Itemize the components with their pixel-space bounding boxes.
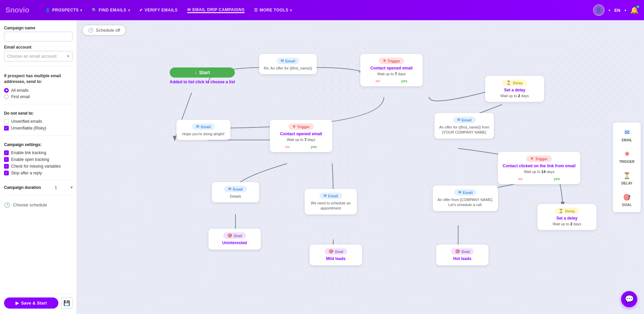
hourglass-icon: ⏳	[506, 81, 511, 85]
email-node-4[interactable]: ✉ Email Details	[212, 182, 259, 202]
chevron-down-icon: ▾	[80, 8, 82, 12]
checkbox-open-tracking[interactable]: ✓ Enable open tracking	[4, 157, 73, 162]
delay2-body: Wait up to 2 days	[542, 222, 592, 227]
goal1-title: Uninterested	[213, 240, 256, 245]
email-badge: ✉ Email	[454, 189, 477, 196]
trigger-node-1[interactable]: ✳ Trigger Contact opened email Wait up t…	[360, 54, 423, 86]
delay-node-2[interactable]: ⏳ Delay Set a delay Wait up to 2 days	[537, 204, 596, 230]
nav-item-more-tools[interactable]: ☰ MORE TOOLS ▾	[254, 8, 292, 12]
goal-icon: 🎯	[329, 249, 333, 254]
campaign-settings-checkboxes: ✓ Enable link tracking ✓ Enable open tra…	[4, 150, 73, 175]
trigger-icon: ✳	[622, 149, 632, 159]
nav-item-email-drip[interactable]: ✉ EMAIL DRIP CAMPAIGNS	[187, 7, 245, 13]
email-node-1[interactable]: ✉ Email Re: An offer for {{first_name}}	[259, 54, 317, 74]
notifications-bell[interactable]: 🔔	[630, 6, 639, 14]
toolbar-delay[interactable]: ⏳ DELAY	[616, 168, 638, 188]
trigger3-footer: no yes	[503, 177, 576, 181]
logo[interactable]: Snovio	[5, 6, 29, 15]
trigger-badge: ✳ Trigger	[288, 123, 314, 130]
start-node[interactable]: ↓ Start Added to list click to choose a …	[170, 67, 235, 84]
campaign-name-input[interactable]	[4, 32, 73, 41]
checkbox-stop-reply-box: ✓	[4, 171, 9, 175]
play-icon: ▶	[16, 301, 19, 306]
email-badge: ✉ Email	[277, 58, 299, 64]
goal-badge: 🎯 Goal	[223, 232, 246, 239]
checkbox-unverifiable[interactable]: ✓ Unverifiable (Risky)	[4, 126, 73, 131]
campaign-name-label: Campaign name	[4, 26, 73, 30]
chevron-down-icon[interactable]: ▾	[624, 8, 626, 12]
language-selector[interactable]: EN	[614, 8, 620, 13]
chevron-down-icon[interactable]: ▾	[609, 8, 610, 12]
email-account-section: Email account Choose an email account ▾	[4, 45, 73, 61]
multiple-emails-label: If prospect has multiple email addresses…	[4, 73, 73, 85]
left-sidebar: Campaign name Email account Choose an em…	[0, 20, 77, 314]
info-icon: ℹ	[55, 185, 57, 190]
trigger2-title: Contact opened email	[275, 132, 328, 136]
delay-node-1[interactable]: ⏳ Delay Set a delay Wait up to 2 days	[485, 76, 544, 102]
radio-all-emails[interactable]: All emails	[4, 88, 73, 93]
goal-node-1[interactable]: 🎯 Goal Uninterested	[208, 229, 261, 250]
chevron-down-icon: ▾	[67, 54, 69, 59]
nav-item-prospects[interactable]: 👤 PROSPECTS ▾	[45, 8, 82, 12]
checkbox-unverified[interactable]: Unverified emails	[4, 119, 73, 124]
trigger1-body: Wait up to 7 days	[365, 72, 418, 77]
person-icon: 👤	[45, 8, 51, 12]
goal-badge: 🎯 Goal	[451, 248, 474, 255]
checkbox-open-tracking-box: ✓	[4, 157, 9, 162]
divider	[4, 195, 73, 195]
search-icon: 🔍	[92, 8, 97, 12]
save-button[interactable]: 💾	[61, 297, 73, 309]
nav-item-verify-emails[interactable]: ✔ VERIFY EMAILS	[139, 8, 178, 12]
goal-node-3[interactable]: 🎯 Goal Hot leads	[436, 245, 488, 265]
email-icon: ✉	[622, 128, 632, 137]
delay-badge: ⏳ Delay	[555, 208, 579, 214]
checkbox-stop-reply[interactable]: ✓ Stop after a reply	[4, 171, 73, 175]
user-avatar[interactable]: 👤	[593, 4, 605, 16]
email-icon: ✉	[281, 59, 284, 63]
flow-canvas[interactable]: 🕐 Schedule off	[77, 20, 644, 314]
divider	[4, 104, 73, 104]
sidebar-bottom-actions: ▶ Save & Start 💾	[4, 293, 73, 309]
nav-item-find-emails[interactable]: 🔍 FIND EMAILS ▾	[92, 8, 130, 12]
goal-icon: 🎯	[455, 249, 460, 254]
trigger-node-2[interactable]: ✳ Trigger Contact opened email Wait up t…	[270, 120, 332, 152]
checkbox-link-tracking[interactable]: ✓ Enable link tracking	[4, 150, 73, 155]
email4-body: Details	[217, 194, 254, 199]
campaign-settings-label: Campaign settings:	[4, 142, 73, 147]
checkbox-link-tracking-box: ✓	[4, 150, 9, 155]
email-node-5[interactable]: ✉ Email We need to schedule an appointme…	[305, 189, 357, 215]
schedule-off-button[interactable]: 🕐 Schedule off	[82, 25, 126, 35]
radio-all-emails-indicator	[4, 88, 9, 93]
top-navigation: Snovio 👤 PROSPECTS ▾ 🔍 FIND EMAILS ▾ ✔ V…	[0, 0, 644, 20]
email-node-6[interactable]: ✉ Email An offer from [COMPANY NAME]. Le…	[433, 185, 498, 211]
toolbar-trigger[interactable]: ✳ TRIGGER	[616, 147, 638, 166]
clock-icon: 🕐	[88, 28, 93, 33]
chat-button[interactable]: 💬	[621, 291, 637, 307]
email-badge: ✉ Email	[453, 117, 476, 123]
radio-first-email[interactable]: First email	[4, 94, 73, 99]
delay1-title: Set a delay	[490, 88, 539, 92]
campaign-duration-row[interactable]: Campaign duration ℹ ▾	[4, 185, 73, 190]
divider	[4, 66, 73, 66]
save-start-button[interactable]: ▶ Save & Start	[4, 297, 58, 309]
email-node-3[interactable]: ✉ Email An offer for {{first_name}} from…	[435, 113, 494, 139]
email-icon: ✉	[196, 124, 199, 129]
email-icon: ✉	[228, 187, 231, 191]
checkbox-missing-vars[interactable]: ✓ Check for missing variables	[4, 164, 73, 169]
email3-body: An offer for {{first_name}} from [YOUR C…	[439, 125, 489, 135]
star-icon: ✳	[383, 59, 386, 63]
email-account-dropdown[interactable]: Choose an email account ▾	[4, 51, 73, 61]
menu-icon: ☰	[254, 8, 258, 12]
email-node-2[interactable]: ✉ Email Hope you're doing alright!	[176, 120, 230, 140]
radio-first-email-label: First email	[11, 94, 30, 99]
toolbar-goal[interactable]: 🎯 GOAL	[616, 190, 638, 209]
trigger-badge: ✳ Trigger	[379, 58, 404, 64]
trigger-node-3[interactable]: ✳ Trigger Contact clicked on the link fr…	[498, 152, 580, 184]
toolbar-email[interactable]: ✉ EMAIL	[616, 125, 638, 145]
divider	[4, 180, 73, 180]
trigger1-title: Contact opened email	[365, 66, 418, 70]
goal-node-2[interactable]: 🎯 Goal Mild leads	[310, 245, 362, 265]
choose-schedule-button[interactable]: 🕐 Choose schedule	[4, 200, 73, 210]
goal3-title: Hot leads	[441, 256, 484, 261]
email-badge: ✉ Email	[224, 186, 247, 192]
